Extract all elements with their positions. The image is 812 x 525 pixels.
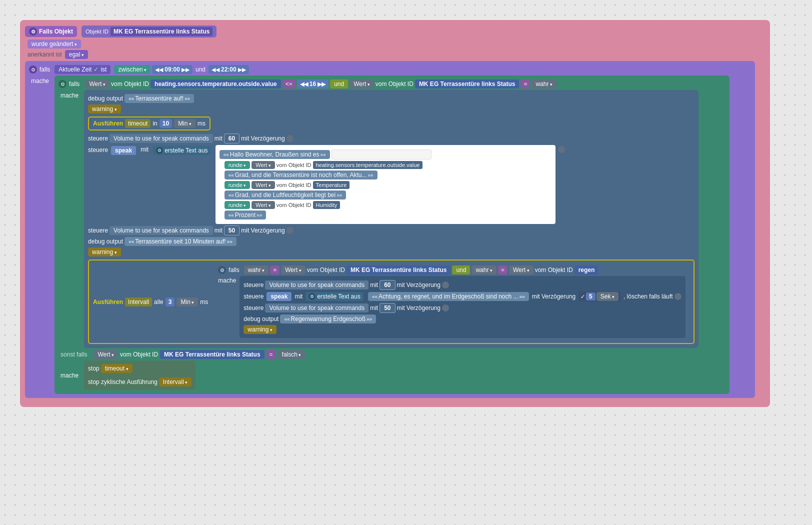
wert3-badge[interactable]: Wert xyxy=(252,161,275,169)
falls-icon: ⚙ xyxy=(29,66,37,74)
val60b-badge: 60 xyxy=(380,280,395,290)
falls-objekt-header: ⚙ Falls Objekt xyxy=(25,26,77,37)
min-badge1[interactable]: Min xyxy=(174,119,196,128)
grad1-badge: «« Grad, und die Terrassentüre ist noch … xyxy=(224,170,378,180)
vom-label1: vom Objekt ID xyxy=(111,80,149,88)
erstelle-badge1: ⚙ erstelle Text aus xyxy=(153,146,211,155)
zwischen-badge[interactable]: zwischen xyxy=(114,65,150,74)
text-input1[interactable] xyxy=(332,150,432,160)
terrassentuere-badge: MK EG Terrassentüre links Status xyxy=(415,80,520,88)
val60-badge: 60 xyxy=(224,134,240,144)
eq4-badge: = xyxy=(266,350,276,359)
aktuelle-zeit-block: Aktuelle Zeit ✓ ist xyxy=(54,65,110,74)
wert6-badge[interactable]: Wert xyxy=(281,266,306,274)
runde3-badge[interactable]: runde xyxy=(224,201,250,209)
intervall-badge: Intervall xyxy=(125,298,152,306)
verzoegerung-toggle3[interactable] xyxy=(286,227,294,234)
val16-block: ◀◀ 16 ▶▶ xyxy=(297,80,328,88)
falls-label: falls xyxy=(40,66,50,73)
eq3-badge: = xyxy=(498,266,508,274)
stop-label: stop xyxy=(88,365,100,372)
terrassentuere-seit-badge: «« Terrassentüre seit 10 Minuten auf! »» xyxy=(124,237,236,246)
verzoegerung-toggle4[interactable] xyxy=(442,282,449,288)
verzoegerung-toggle1[interactable] xyxy=(286,135,294,142)
speak-badge1: speak xyxy=(111,146,136,155)
timeout-badge: timeout xyxy=(125,119,150,128)
grad2-badge: «« Grad, und die Luftfeuchtigkeit liegt … xyxy=(224,190,346,200)
debug-output-label3: debug output xyxy=(244,316,278,322)
wahr2-badge[interactable]: wahr xyxy=(244,266,269,274)
val5-badge: 5 xyxy=(586,292,596,300)
falls3-label: falls xyxy=(228,266,239,274)
sonst-falls-label: sonst falls xyxy=(58,350,89,359)
wurde-geaendert-badge[interactable]: wurde geändert xyxy=(28,40,81,48)
falls2-label: falls xyxy=(69,80,80,88)
objekt-id-block: Objekt ID MK EG Terrassentüre links Stat… xyxy=(82,26,216,38)
ausfuehren-timeout-block: Ausführen timeout in 10 Min ms xyxy=(88,116,210,130)
erstelle-badge2: ⚙ erstelle Text aus xyxy=(306,292,364,301)
debug-output-label1: debug output xyxy=(88,95,123,102)
und2-badge: und xyxy=(330,80,348,88)
verzoegerung-toggle6[interactable] xyxy=(442,304,449,312)
mache4-label: mache xyxy=(58,371,80,380)
timeout2-badge[interactable]: timeout xyxy=(101,364,132,373)
steuere-label6: steuere xyxy=(244,304,264,312)
wert-badge2[interactable]: Wert xyxy=(350,80,374,88)
runde1-badge[interactable]: runde xyxy=(224,161,250,169)
wert4-badge[interactable]: Wert xyxy=(252,181,275,189)
terrassentuere2-badge: MK EG Terrassentüre links Status xyxy=(346,266,451,274)
steuere-label2: steuere xyxy=(88,146,108,154)
wahr3-badge[interactable]: wahr xyxy=(472,266,496,274)
wert5-badge[interactable]: Wert xyxy=(252,201,275,209)
wert-badge1[interactable]: Wert xyxy=(85,80,110,88)
egal-badge[interactable]: egal xyxy=(65,50,88,59)
lte-badge: <= xyxy=(282,80,296,88)
volume-cmd-badge2: Volume to use for speak commands xyxy=(110,226,213,235)
verzoegerung-toggle5[interactable] xyxy=(674,293,682,300)
und3-badge: und xyxy=(452,266,470,274)
steuere-label3: steuere xyxy=(88,227,108,234)
steuere-label4: steuere xyxy=(244,282,264,288)
humidity-badge: Humidity xyxy=(313,201,340,209)
intervall2-badge[interactable]: Intervall xyxy=(159,378,192,386)
temperature-badge: Temperature xyxy=(313,181,350,189)
val10-block: 10 xyxy=(160,119,172,128)
sek-badge[interactable]: Sek xyxy=(596,292,618,301)
regen-badge: regen xyxy=(574,266,599,274)
achtung-badge: «« Achtung, es regnet, und im Erdgeschoß… xyxy=(368,292,529,301)
heating2-badge: heating.sensors.temperature.outside.valu… xyxy=(313,161,423,169)
volume-cmd-badge3: Volume to use for speak commands xyxy=(265,280,368,290)
settings-icon: ⚙ xyxy=(29,28,37,36)
eq-badge1: = xyxy=(520,80,530,88)
steuere-label1: steuere xyxy=(88,135,108,142)
runde2-badge[interactable]: runde xyxy=(224,181,250,189)
volume-cmd-badge1: Volume to use for speak commands xyxy=(110,134,213,143)
wert8-badge[interactable]: Wert xyxy=(94,350,118,359)
mache-label: mache xyxy=(29,76,51,86)
warning2-badge[interactable]: warning xyxy=(88,248,121,256)
time1-block: ◀◀ 09:00 ▶▶ xyxy=(152,65,192,74)
mache2-label: mache xyxy=(58,91,80,100)
terrassentuere3-badge: MK EG Terrassentüre links Status xyxy=(160,350,264,359)
prozent-badge: «« Prozent »» xyxy=(224,210,266,220)
speak-badge2: speak xyxy=(266,292,292,301)
hallo-text-badge: «« Hallo Bewohner, Draußen sind es »» xyxy=(220,150,330,159)
wert7-badge[interactable]: Wert xyxy=(509,266,534,274)
mache3-label: mache xyxy=(218,277,236,284)
steuere-label5: steuere xyxy=(244,293,264,300)
anerkannt-label: anerkannt ist xyxy=(28,51,62,58)
time2-block: ◀◀ 22:00 ▶▶ xyxy=(208,65,249,74)
falls3-icon: ⚙ xyxy=(218,266,226,274)
min2-badge[interactable]: Min xyxy=(176,298,198,306)
verzoegerung-toggle2[interactable] xyxy=(558,146,565,153)
checkmark: ✓ xyxy=(94,66,98,73)
stop-zyklische-label: stop zyklische Ausführung xyxy=(88,378,158,386)
wahr-badge1[interactable]: wahr xyxy=(532,80,556,88)
terrassentuere-auf-badge: «« Terrassentüre auf! »» xyxy=(124,94,194,103)
falsch-badge[interactable]: falsch xyxy=(278,350,306,359)
warning3-badge[interactable]: warning xyxy=(244,325,276,334)
heating-sensor-badge: heating.sensors.temperature.outside.valu… xyxy=(150,80,281,88)
warning1-badge[interactable]: warning xyxy=(88,104,121,114)
regenwarnung-badge: «« Regenwarnung Erdgeschoß »» xyxy=(280,314,376,324)
val3-block: 3 xyxy=(166,298,175,306)
